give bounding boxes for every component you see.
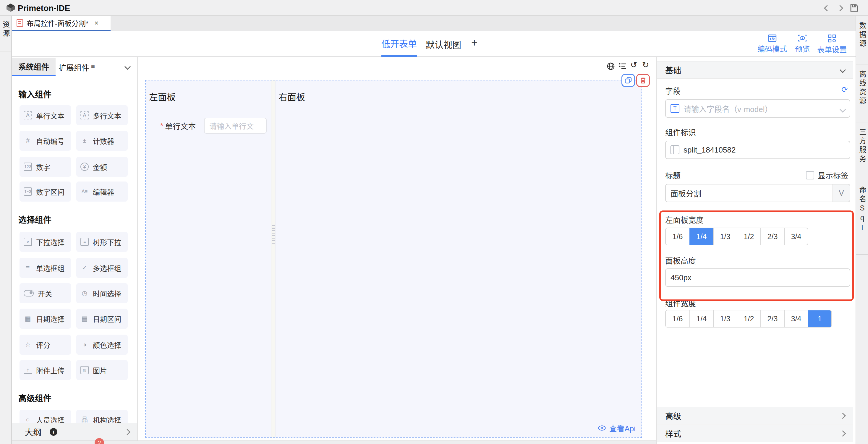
component-item-checkbox-group[interactable]: ✓多选框组 bbox=[76, 258, 128, 278]
left-width-option-3-4[interactable]: 3/4 bbox=[784, 228, 808, 245]
component-item-label: 自动编号 bbox=[36, 136, 64, 146]
component-item-date-range[interactable]: ▤日期区间 bbox=[76, 309, 128, 329]
add-view-button[interactable]: + bbox=[471, 37, 477, 49]
basic-section-header[interactable]: 基础 bbox=[657, 61, 853, 78]
show-label-checkbox-row[interactable]: 显示标签 bbox=[806, 170, 848, 181]
close-tab-icon[interactable]: × bbox=[94, 19, 98, 27]
comp-width-option-1-selected[interactable]: 1 bbox=[808, 310, 831, 327]
component-item-image[interactable]: ▨图片 bbox=[76, 360, 128, 380]
component-id-value: split_18410582 bbox=[684, 146, 845, 155]
comp-width-option-1-2[interactable]: 1/2 bbox=[737, 310, 761, 327]
panel-height-input[interactable]: 450px bbox=[665, 268, 850, 287]
undo-icon[interactable]: ↺ bbox=[630, 61, 637, 69]
title-input[interactable]: 面板分割 V bbox=[665, 184, 850, 202]
form-settings-icon bbox=[828, 34, 836, 42]
comp-width-option-1-6[interactable]: 1/6 bbox=[666, 310, 689, 327]
nav-back-icon[interactable] bbox=[824, 5, 830, 11]
advanced-section-header[interactable]: 高级 bbox=[657, 407, 853, 424]
copy-component-button[interactable] bbox=[621, 74, 635, 87]
component-item-amount[interactable]: ¥金额 bbox=[76, 157, 128, 177]
nav-forward-icon[interactable] bbox=[837, 5, 843, 11]
document-tab[interactable]: 布局控件-面板分割* × bbox=[12, 16, 111, 31]
component-item-switch[interactable]: 开关 bbox=[20, 283, 71, 303]
tab-extension-components-label: 扩展组件 bbox=[59, 62, 89, 73]
comp-width-option-2-3[interactable]: 2/3 bbox=[761, 310, 784, 327]
single-line-text-input[interactable]: 请输入单行文 bbox=[204, 118, 267, 134]
code-mode-button[interactable]: 编码模式 bbox=[754, 34, 790, 54]
left-width-option-2-3[interactable]: 2/3 bbox=[761, 228, 784, 245]
show-label-checkbox[interactable] bbox=[806, 171, 814, 180]
expand-advanced-chevron-icon bbox=[840, 412, 846, 419]
component-item-radio-group[interactable]: ≡单选框组 bbox=[20, 258, 71, 278]
component-item-counter[interactable]: ±计数器 bbox=[76, 131, 128, 151]
i18n-globe-icon[interactable] bbox=[607, 62, 615, 70]
tab-low-code-form[interactable]: 低开表单 bbox=[381, 31, 417, 57]
component-item-rating[interactable]: ☆评分 bbox=[20, 335, 71, 355]
document-icon bbox=[17, 19, 23, 27]
sort-icon[interactable]: ≡ bbox=[91, 63, 95, 70]
field-name-select[interactable]: T 请输入字段名（v-model） bbox=[665, 99, 850, 118]
split-left-pane[interactable]: 左面板 * 单行文本 请输入单行文 bbox=[146, 81, 271, 438]
component-item-label: 日期选择 bbox=[36, 314, 64, 324]
delete-component-button[interactable] bbox=[636, 74, 650, 87]
component-item-color-picker[interactable]: ◑颜色选择 bbox=[76, 335, 128, 355]
dropdown-select-icon: ∨ bbox=[24, 238, 32, 246]
field-list-icon[interactable] bbox=[618, 62, 627, 70]
component-item-label: 时间选择 bbox=[93, 288, 121, 298]
split-drag-handle[interactable] bbox=[271, 81, 276, 438]
form-field-row[interactable]: * 单行文本 请输入单行文 bbox=[160, 118, 267, 134]
component-item-number[interactable]: 123数字 bbox=[20, 157, 71, 177]
tab-default-view[interactable]: 默认视图 bbox=[426, 31, 461, 57]
component-item-attachment-upload[interactable]: ↑附件上传 bbox=[20, 360, 71, 380]
preview-button[interactable]: 预览 bbox=[790, 34, 814, 54]
redo-icon[interactable]: ↻ bbox=[642, 61, 649, 69]
tab-default-view-label: 默认视图 bbox=[426, 37, 461, 51]
left-width-option-1-6[interactable]: 1/6 bbox=[666, 228, 689, 245]
component-item-editor[interactable]: A≡编辑器 bbox=[76, 182, 128, 201]
form-settings-button[interactable]: 表单设置 bbox=[814, 34, 850, 54]
view-api-link[interactable]: 查看Api bbox=[598, 422, 636, 433]
outline-bar[interactable]: 大纲 i bbox=[12, 423, 138, 440]
component-item-dropdown-select[interactable]: ∨下拉选择 bbox=[20, 232, 71, 252]
document-tabbar: 布局控件-面板分割* × bbox=[12, 16, 856, 31]
refresh-icon[interactable]: ⟳ bbox=[841, 85, 848, 94]
expand-outline-chevron-icon[interactable] bbox=[124, 429, 130, 435]
component-item-single-line-text[interactable]: A单行文本 bbox=[20, 105, 71, 125]
sidebar-item-resources[interactable]: 资源 bbox=[0, 16, 11, 52]
time-picker-icon: ◷ bbox=[81, 289, 89, 297]
resources-label: 资源 bbox=[1, 21, 10, 51]
preview-icon bbox=[798, 34, 807, 42]
component-item-date-picker[interactable]: ▦日期选择 bbox=[20, 309, 71, 329]
sidebar-item-offline-resources[interactable]: 离线资源 bbox=[856, 64, 868, 122]
sidebar-item-datasource[interactable]: 数据源 bbox=[856, 16, 868, 64]
component-item-time-picker[interactable]: ◷时间选择 bbox=[76, 283, 128, 303]
tab-system-components[interactable]: 系统组件 bbox=[12, 58, 56, 76]
split-panel-component-selected[interactable]: 左面板 * 单行文本 请输入单行文 右面板 查看Api bbox=[146, 80, 642, 438]
sidebar-item-named-sql[interactable]: 命名Sql bbox=[856, 180, 868, 255]
collapse-basic-chevron-icon bbox=[840, 66, 846, 73]
component-item-auto-number[interactable]: #自动编号 bbox=[20, 131, 71, 151]
style-section-header[interactable]: 样式 bbox=[657, 424, 853, 442]
collapse-panel-chevron-icon[interactable] bbox=[124, 64, 131, 70]
comp-width-option-3-4[interactable]: 3/4 bbox=[784, 310, 808, 327]
comp-width-option-1-3[interactable]: 1/3 bbox=[713, 310, 737, 327]
split-right-pane[interactable]: 右面板 bbox=[276, 81, 642, 438]
eye-icon bbox=[598, 425, 606, 431]
component-item-multi-line-text[interactable]: A多行文本 bbox=[76, 105, 128, 125]
save-icon[interactable] bbox=[850, 4, 859, 12]
comp-width-option-1-4[interactable]: 1/4 bbox=[689, 310, 713, 327]
checkbox-group-icon: ✓ bbox=[81, 264, 89, 272]
left-width-option-1-3[interactable]: 1/3 bbox=[713, 228, 737, 245]
title-value: 面板分割 bbox=[671, 188, 833, 199]
sidebar-item-third-party-services[interactable]: 三方服务 bbox=[856, 122, 868, 180]
tab-extension-components[interactable]: 扩展组件 bbox=[57, 58, 91, 76]
component-item-number-range[interactable]: 1~3数字区间 bbox=[20, 182, 71, 201]
component-id-input[interactable]: split_18410582 bbox=[665, 141, 850, 159]
left-width-option-1-2[interactable]: 1/2 bbox=[737, 228, 761, 245]
app-title: Primeton-IDE bbox=[18, 4, 70, 13]
third-party-services-label: 三方服务 bbox=[858, 128, 866, 180]
variable-toggle-button[interactable]: V bbox=[833, 185, 850, 201]
left-width-option-1-4-selected[interactable]: 1/4 bbox=[689, 228, 713, 245]
component-item-tree-dropdown[interactable]: ≡树形下拉 bbox=[76, 232, 128, 252]
component-item-label: 金额 bbox=[93, 162, 107, 172]
